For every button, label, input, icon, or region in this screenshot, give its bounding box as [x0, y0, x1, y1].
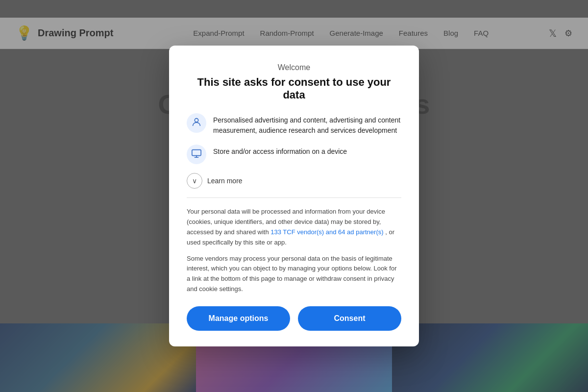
modal-welcome-label: Welcome — [187, 63, 401, 72]
consent-icon-wrap-2 — [187, 145, 206, 164]
consent-text-1: Personalised advertising and content, ad… — [213, 113, 401, 136]
modal-buttons: Manage options Consent — [187, 306, 401, 331]
consent-icon-wrap-1 — [187, 113, 206, 133]
consent-modal: Welcome This site asks for consent to us… — [169, 46, 419, 346]
learn-more-row: ∨ Learn more — [187, 173, 401, 189]
learn-more-toggle[interactable]: ∨ — [187, 173, 202, 189]
consent-button[interactable]: Consent — [298, 306, 401, 331]
person-icon — [191, 117, 202, 130]
manage-options-button[interactable]: Manage options — [187, 306, 290, 331]
modal-title: This site asks for consent to use your d… — [187, 76, 401, 101]
monitor-icon — [191, 148, 202, 161]
vendor-link[interactable]: 133 TCF vendor(s) and 64 ad partner(s) — [270, 228, 383, 236]
modal-overlay: Welcome This site asks for consent to us… — [0, 0, 588, 392]
modal-divider — [187, 197, 401, 198]
modal-body-text-1: Your personal data will be processed and… — [187, 207, 401, 247]
svg-point-0 — [195, 118, 198, 122]
svg-rect-1 — [192, 149, 201, 155]
consent-text-2: Store and/or access information on a dev… — [213, 145, 347, 157]
consent-item-2: Store and/or access information on a dev… — [187, 145, 401, 164]
learn-more-label: Learn more — [207, 177, 243, 185]
chevron-down-icon: ∨ — [192, 177, 197, 185]
modal-body-text-2: Some vendors may process your personal d… — [187, 254, 401, 294]
consent-item-1: Personalised advertising and content, ad… — [187, 113, 401, 136]
